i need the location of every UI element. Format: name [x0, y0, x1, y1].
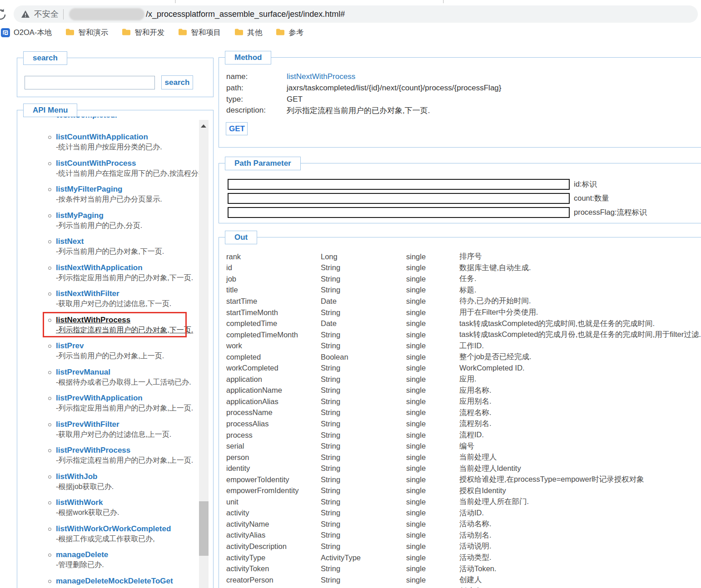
reload-icon[interactable] [0, 8, 7, 21]
api-menu-item[interactable]: listNextWithApplication -列示指定应用当前用户的已办对象… [43, 263, 206, 283]
table-row: empowerFromIdentity String single 授权自Ide… [226, 485, 701, 496]
table-row: workCompleted String single WorkComplete… [226, 362, 701, 374]
field-name: identity [226, 464, 321, 473]
search-panel: search search [17, 58, 214, 97]
search-input[interactable] [25, 76, 155, 89]
url-text[interactable]: /x_processplatform_assemble_surface/jest… [146, 10, 345, 19]
field-cardinality: single [406, 331, 459, 339]
field-cardinality: single [406, 509, 459, 517]
field-name: activityToken [226, 564, 321, 573]
api-method-link[interactable]: listCountWithApplication [56, 132, 206, 142]
path-parameter-input[interactable] [228, 207, 570, 218]
scroll-up-arrow[interactable] [199, 120, 209, 132]
field-description: 活动ID. [459, 508, 701, 518]
api-method-link[interactable]: listPrevWithFilter [56, 420, 206, 430]
bookmark-item[interactable]: 其他 [234, 28, 262, 38]
api-method-link[interactable]: listNextWithApplication [56, 263, 206, 273]
bookmark-item[interactable]: 智和开发 [122, 28, 164, 38]
folder-icon [178, 28, 187, 38]
table-row: creatorPerson String single 创建人 [226, 574, 701, 586]
tab-strip-divider [443, 0, 444, 3]
field-cardinality: single [406, 542, 459, 551]
api-method-description: -统计当前用户按应用分类的已办. [56, 142, 206, 153]
field-type: String [321, 375, 406, 384]
get-method-button[interactable]: GET [226, 122, 248, 135]
table-row: process String single 流程ID. [226, 430, 701, 441]
api-menu-item[interactable]: listCountWithProcess -统计当前用户在指定应用下的已办,按流… [43, 158, 206, 179]
bookmark-item[interactable]: 智和演示 [65, 28, 108, 38]
path-parameter-input[interactable] [228, 193, 570, 204]
api-menu-item[interactable]: listNext -列示当前用户的已办对象,下一页. [43, 237, 206, 257]
field-description: 用于在Filter中分类使用. [459, 307, 701, 317]
api-menu-item[interactable]: listPrevWithProcess -列示指定流程当前用户的已办对象,上一页… [43, 445, 206, 466]
api-method-link[interactable]: listNextWithProcess [56, 315, 206, 325]
method-row: type: GET [226, 94, 501, 105]
table-row: applicationName String single 应用名称. [226, 385, 701, 396]
bookmarks-bar: O2OA-本地 智和演示 智和开发 [0, 24, 701, 42]
field-cardinality: single [406, 341, 459, 350]
field-name: processName [226, 408, 321, 417]
bookmark-label: 智和开发 [134, 28, 164, 38]
api-method-link[interactable]: listNextWithFilter [56, 289, 206, 299]
field-name: rank [226, 252, 321, 261]
api-method-link[interactable]: listWithWork [56, 498, 206, 508]
api-menu-item[interactable]: listNextWithFilter -获取用户对已办的过滤信息,下一页. [43, 289, 206, 309]
field-description: 当前处理人Identity [459, 464, 701, 474]
api-menu-item[interactable]: listPrevManual -根据待办或者已办取得上一人工活动已办. [43, 367, 206, 388]
field-name: id [226, 263, 321, 272]
path-parameter-input[interactable] [228, 179, 570, 190]
table-row: processName String single 流程名称. [226, 407, 701, 419]
api-menu-item[interactable]: listWithWork -根据work获取已办. [43, 498, 206, 518]
field-type: String [321, 308, 406, 317]
field-name: activityDescription [226, 542, 321, 551]
api-menu-item[interactable]: manageDelete -管理删除已办. [43, 550, 206, 570]
api-menu-item[interactable]: listWithWorkOrWorkCompleted -根据工作或完成工作获取… [43, 524, 206, 544]
api-method-link[interactable]: manageDelete [56, 550, 206, 560]
bookmark-item[interactable]: 智和项目 [178, 28, 221, 38]
field-cardinality: single [406, 408, 459, 417]
api-method-link[interactable]: listPrevWithProcess [56, 445, 206, 455]
address-bar[interactable]: 不安全 /x_processplatform_assemble_surface/… [14, 5, 698, 23]
field-description: 标题. [459, 285, 701, 295]
menu-scrollbar[interactable] [199, 120, 209, 588]
field-name: startTime [226, 297, 321, 306]
bookmark-item[interactable]: 参考 [276, 28, 303, 38]
field-cardinality: single [406, 431, 459, 440]
api-method-link[interactable]: listWithJob [56, 472, 206, 482]
api-menu-item[interactable]: listWithJob -根据job获取已办. [43, 472, 206, 492]
api-menu-item[interactable]: listNextWithProcess -列示指定流程当前用户的已办对象,下一页… [43, 315, 206, 336]
api-menu-item[interactable]: listMyFilterPaging -按条件对当前用户已办分页显示. [43, 184, 206, 205]
table-row: completed Boolean single 整个job是否已经完成. [226, 351, 701, 363]
security-warning-icon[interactable] [21, 10, 30, 18]
field-type: String [321, 464, 406, 473]
api-menu-item[interactable]: manageDeleteMockDeleteToGet [43, 576, 206, 586]
table-row: empowerToIdentity String single 授权给谁处理,在… [226, 474, 701, 485]
table-row: activityName String single 活动名称. [226, 519, 701, 530]
scrollbar-thumb[interactable] [199, 501, 209, 556]
api-method-link[interactable]: listNext [56, 237, 206, 247]
api-menu-item[interactable]: listPrevWithApplication -列示指定应用当前用户的已办对象… [43, 393, 206, 414]
security-warning-label[interactable]: 不安全 [34, 9, 59, 20]
field-description: 流程ID. [459, 430, 701, 440]
api-method-link[interactable]: listPrevWithApplication [56, 393, 206, 403]
search-button[interactable]: search [161, 75, 193, 89]
field-name: creatorPerson [226, 576, 321, 584]
api-method-link[interactable]: listPrev [56, 341, 206, 351]
api-menu-legend: API Menu [23, 104, 77, 117]
api-menu-item[interactable]: listMyPaging -列示当前用户的已办,分页. [43, 211, 206, 231]
api-method-link[interactable]: listCountWithProcess [56, 158, 206, 168]
api-menu-item[interactable]: listCountWithApplication -统计当前用户按应用分类的已办… [43, 132, 206, 153]
field-cardinality: single [406, 353, 459, 361]
bookmark-item[interactable]: O2OA-本地 [1, 28, 52, 38]
api-method-link[interactable]: listWithWorkOrWorkCompleted [56, 524, 206, 534]
field-cardinality: single [406, 486, 459, 495]
address-separator [63, 9, 64, 20]
api-menu-item[interactable]: listPrev -列示当前用户的已办对象,上一页. [43, 341, 206, 361]
api-method-link[interactable]: manageDeleteMockDeleteToGet [56, 576, 206, 586]
api-method-link[interactable]: listMyPaging [56, 211, 206, 221]
api-method-link[interactable]: listPrevManual [56, 367, 206, 377]
field-cardinality: single [406, 553, 459, 562]
api-method-link[interactable]: listMyFilterPaging [56, 184, 206, 194]
api-menu-item[interactable]: listPrevWithFilter -获取用户对已办的过滤信息,上一页. [43, 420, 206, 440]
field-name: completedTimeMonth [226, 331, 321, 339]
